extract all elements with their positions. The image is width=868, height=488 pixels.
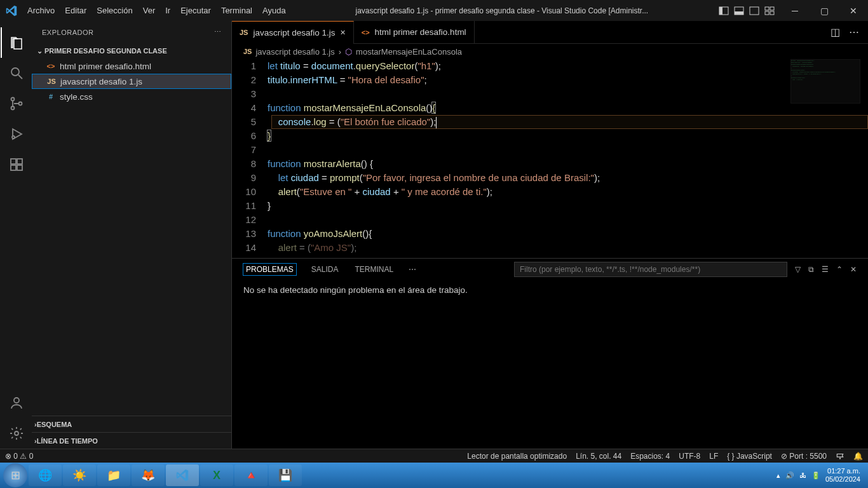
tray-battery-icon[interactable]: 🔋 — [811, 471, 820, 480]
status-item[interactable]: { } JavaScript — [727, 452, 772, 461]
menu-ejecutar[interactable]: Ejecutar — [175, 6, 216, 15]
code-line[interactable]: alert("Estuve en " + ciudad + " y me aco… — [268, 185, 868, 199]
layout-controls[interactable] — [713, 5, 780, 17]
code-line[interactable]: function yoAmoJsAlert(){ — [268, 227, 868, 241]
menu-archivo[interactable]: Archivo — [22, 6, 60, 15]
status-item[interactable]: LF — [709, 452, 718, 461]
editor-tab[interactable]: JSjavascript desafio 1.js× — [232, 21, 354, 44]
taskbar-app-drive[interactable]: 💾 — [269, 464, 302, 486]
settings-gear-icon[interactable] — [1, 418, 31, 449]
layout-customize-icon[interactable] — [764, 5, 775, 17]
taskbar-date: 05/02/2024 — [825, 475, 860, 484]
breadcrumb[interactable]: JS javascript desafio 1.js › ⬡ mostarMen… — [232, 44, 868, 59]
code-line[interactable]: } — [268, 129, 868, 143]
code-line[interactable]: let titulo = document.querySelector("h1"… — [268, 59, 868, 73]
status-feedback-icon[interactable] — [836, 452, 844, 461]
code-line[interactable]: function mostarMensajeEnLaConsola(){ — [268, 101, 868, 115]
tray-more-icon[interactable]: ▴ — [776, 471, 780, 480]
menu-editar[interactable]: Editar — [60, 6, 92, 15]
menu-ver[interactable]: Ver — [138, 6, 161, 15]
panel-tab-terminal[interactable]: TERMINAL — [353, 264, 395, 275]
project-folder-header[interactable]: ⌄ PRIMER DESAFIO SEGUNDA CLASE — [32, 43, 231, 58]
timeline-section[interactable]: ›LÍNEA DE TIEMPO — [32, 432, 231, 449]
svg-point-21 — [15, 431, 18, 435]
timeline-label: LÍNEA DE TIEMPO — [37, 437, 98, 445]
explorer-icon[interactable] — [1, 27, 31, 58]
status-item[interactable]: Espacios: 4 — [630, 452, 670, 461]
taskbar-app-globe[interactable]: 🌐 — [29, 464, 62, 486]
breadcrumb-file[interactable]: javascript desafio 1.js — [255, 47, 334, 57]
panel-more-icon[interactable]: ⋯ — [409, 265, 416, 274]
svg-rect-7 — [765, 11, 769, 15]
menu-ayuda[interactable]: Ayuda — [257, 6, 291, 15]
more-icon[interactable]: ⋯ — [214, 28, 222, 36]
outline-section[interactable]: ›ESQUEMA — [32, 416, 231, 432]
tray-network-icon[interactable]: 🖧 — [799, 471, 806, 479]
panel-left-icon[interactable] — [718, 5, 729, 17]
status-item[interactable]: Lín. 5, col. 44 — [576, 452, 621, 461]
account-icon[interactable] — [1, 388, 31, 418]
menu-ir[interactable]: Ir — [160, 6, 175, 15]
problems-body: No se ha detectado ningún problema en el… — [232, 280, 868, 449]
code-line[interactable]: } — [268, 199, 868, 213]
view-list-icon[interactable]: ☰ — [822, 265, 829, 274]
tab-label: html primer desafio.html — [375, 27, 466, 37]
notifications-icon[interactable]: 🔔 — [853, 452, 863, 461]
svg-rect-5 — [765, 7, 769, 10]
search-icon[interactable] — [1, 58, 31, 88]
panel-bottom-icon[interactable] — [733, 5, 745, 17]
svg-rect-19 — [17, 159, 22, 164]
code-line[interactable]: function mostrarAlerta() { — [268, 157, 868, 171]
svg-rect-18 — [17, 165, 22, 170]
close-panel-icon[interactable]: ✕ — [850, 265, 857, 274]
vscode-logo-icon — [0, 5, 22, 17]
explorer-title: EXPLORADOR — [42, 29, 93, 36]
code-editor[interactable]: 1234567891011121314 let titulo = documen… — [232, 59, 868, 258]
menu-selección[interactable]: Selección — [92, 6, 137, 15]
taskbar-app-explorer[interactable]: 📁 — [97, 464, 130, 486]
menu-terminal[interactable]: Terminal — [216, 6, 257, 15]
code-line[interactable] — [268, 87, 868, 101]
status-item[interactable]: UTF-8 — [679, 452, 700, 461]
chevron-up-icon[interactable]: ⌃ — [836, 265, 843, 274]
tray-volume-icon[interactable]: 🔊 — [785, 471, 794, 480]
filter-icon[interactable]: ▽ — [795, 265, 801, 274]
status-item[interactable]: ⊘ Port : 5500 — [781, 452, 827, 461]
close-tab-icon[interactable]: × — [341, 27, 346, 37]
taskbar-app-firefox[interactable]: 🦊 — [132, 464, 165, 486]
start-button[interactable]: ⊞ — [3, 463, 27, 487]
taskbar-app-excel[interactable]: X — [200, 464, 233, 486]
code-line[interactable] — [268, 213, 868, 227]
file-item[interactable]: <>html primer desafio.html — [32, 58, 231, 74]
code-line[interactable]: let ciudad = prompt("Por favor, ingresa … — [268, 171, 868, 185]
code-line[interactable] — [268, 143, 868, 157]
taskbar-app-weather[interactable]: ☀️ — [63, 464, 96, 486]
maximize-button[interactable]: ▢ — [810, 0, 839, 21]
taskbar-app-vscode[interactable] — [166, 464, 199, 486]
code-line[interactable]: console.log = ("El botón fue clicado"); — [268, 115, 868, 129]
editor-tab[interactable]: <>html primer desafio.html — [354, 21, 475, 44]
problems-filter-input[interactable] — [514, 262, 787, 277]
code-line[interactable]: alert = ("Amo JS"); — [268, 241, 868, 255]
more-actions-icon[interactable]: ⋯ — [849, 26, 859, 38]
collapse-icon[interactable]: ⧉ — [808, 265, 814, 274]
status-item[interactable]: Lector de pantalla optimizado — [467, 452, 567, 461]
source-control-icon[interactable] — [1, 88, 31, 119]
status-item[interactable]: ⊗ 0 ⚠ 0 — [5, 452, 33, 461]
minimap[interactable]: let titulo = document.querySelector("h1"… — [790, 59, 860, 104]
breadcrumb-symbol[interactable]: mostarMensajeEnLaConsola — [356, 47, 462, 57]
file-item[interactable]: JSjavascript desafio 1.js — [32, 74, 231, 89]
panel-tab-salida[interactable]: SALIDA — [310, 264, 340, 275]
close-button[interactable]: ✕ — [839, 0, 868, 21]
file-type-icon: <> — [362, 29, 370, 36]
minimize-button[interactable]: ─ — [780, 0, 810, 21]
extensions-icon[interactable] — [1, 149, 31, 180]
debug-icon[interactable] — [1, 119, 31, 149]
panel-tab-problemas[interactable]: PROBLEMAS — [243, 264, 296, 275]
taskbar-app-vlc[interactable]: 🔺 — [234, 464, 268, 486]
split-editor-icon[interactable]: ◫ — [831, 26, 840, 38]
panel-right-icon[interactable] — [749, 5, 760, 17]
file-item[interactable]: #style.css — [32, 89, 231, 104]
code-line[interactable]: titulo.innerHTML = "Hora del desafio"; — [268, 73, 868, 87]
taskbar-clock[interactable]: 01:27 a.m. 05/02/2024 — [825, 467, 860, 484]
